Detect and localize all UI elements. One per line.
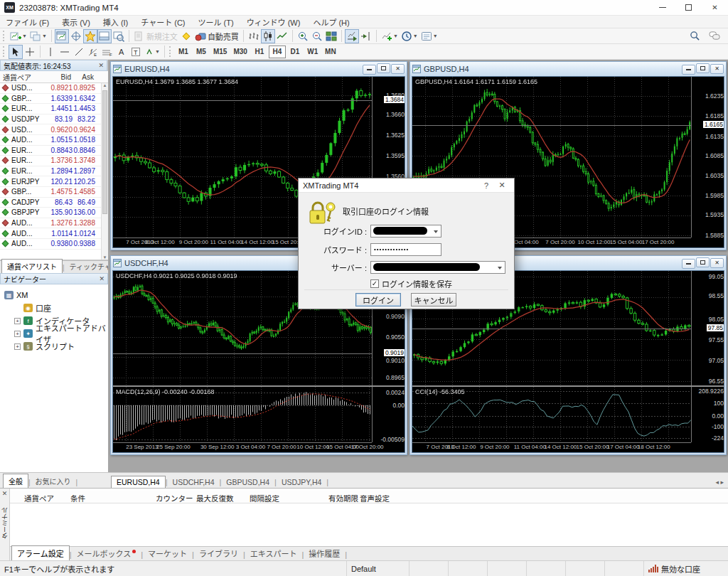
expand-icon[interactable]: + <box>14 331 21 337</box>
crosshair-tool-button[interactable] <box>23 45 37 59</box>
menu-item-4[interactable]: ツール (T) <box>198 16 234 28</box>
menu-item-6[interactable]: ヘルプ (H) <box>313 16 349 28</box>
zoom-out-button[interactable] <box>310 29 324 43</box>
expand-icon[interactable]: + <box>14 318 21 324</box>
terminal-tab-1[interactable]: メールボックス <box>72 546 141 560</box>
server-combobox[interactable] <box>370 261 505 274</box>
text-tool-button[interactable]: A <box>114 45 129 59</box>
navigator-tab-1[interactable]: お気に入り <box>31 474 76 488</box>
timeframe-h1-button[interactable]: H1 <box>251 46 268 58</box>
tab-scroll-arrows[interactable]: ◂ ▸ <box>715 479 728 488</box>
column-symbol[interactable]: 通貨ペア <box>0 72 43 82</box>
new-order-button[interactable]: 新規注文 <box>132 29 179 43</box>
timeframe-mn-button[interactable]: MN <box>322 46 339 58</box>
arrows-tool-button[interactable]: ▼ <box>143 45 161 59</box>
market-watch-tab-0[interactable]: 通貨ペアリスト <box>1 259 63 273</box>
alerts-column-2[interactable]: カウンター <box>156 493 193 503</box>
channel-tool-button[interactable]: F <box>100 45 114 59</box>
login-dialog-titlebar[interactable]: XMTrading MT4 ? ✕ <box>299 178 514 193</box>
strategy-tester-button[interactable] <box>112 29 126 43</box>
market-watch-row[interactable]: GBP...1.63391.6342 <box>0 94 108 105</box>
market-watch-row[interactable]: CADJPY86.4386.49 <box>0 198 108 208</box>
market-watch-toggle-button[interactable] <box>55 29 69 43</box>
market-watch-row[interactable]: EUR...1.44511.4453 <box>0 104 108 114</box>
market-watch-row[interactable]: AUD...1.32761.3288 <box>0 218 108 229</box>
alerts-column-3[interactable]: 最大反復数 <box>196 493 234 503</box>
alerts-column-5[interactable]: 有効期限 <box>328 493 358 503</box>
label-tool-button[interactable]: T <box>129 45 143 59</box>
fibonacci-tool-button[interactable]: fE <box>86 45 100 59</box>
profiles-button[interactable]: ▼ <box>28 29 48 43</box>
save-login-checkbox[interactable]: ✓ <box>370 279 379 288</box>
chart-tab-2[interactable]: GBPUSD,H4 <box>221 476 274 488</box>
chart-minimize-button[interactable] <box>682 65 695 75</box>
market-watch-close-icon[interactable]: ✕ <box>98 62 104 69</box>
chart-tab-3[interactable]: USDJPY,H4 <box>277 476 326 488</box>
chart-close-button[interactable]: ✕ <box>391 64 405 74</box>
new-chart-button[interactable]: ▼ <box>9 29 28 43</box>
market-watch-row[interactable]: USDJPY83.1983.22 <box>0 114 108 125</box>
login-id-combobox[interactable] <box>370 225 441 238</box>
connection-status[interactable]: 無効な口座 <box>644 561 728 576</box>
toolbar-drag-handle[interactable] <box>169 46 173 57</box>
market-watch-row[interactable]: EUR...1.37361.3748 <box>0 156 108 166</box>
menu-item-3[interactable]: チャート (C) <box>141 16 185 28</box>
chart-tab-0[interactable]: EURUSD,H4 <box>111 476 166 488</box>
candlestick-chart-button[interactable] <box>261 29 275 43</box>
chart-close-button[interactable]: ✕ <box>710 64 724 74</box>
chart-minimize-button[interactable] <box>682 259 695 269</box>
menu-item-2[interactable]: 挿入 (I) <box>103 16 128 28</box>
timeframe-m15-button[interactable]: M15 <box>210 46 230 58</box>
navigator-item-1[interactable]: ◉口座 <box>0 302 108 314</box>
periods-button[interactable]: ▼ <box>400 29 419 43</box>
timeframe-m1-button[interactable]: M1 <box>175 46 192 58</box>
login-button[interactable]: ログイン <box>355 293 401 306</box>
line-chart-button[interactable] <box>275 29 289 43</box>
dialog-close-button[interactable]: ✕ <box>494 181 510 190</box>
market-watch-row[interactable]: EURJPY120.21120.25 <box>0 176 108 187</box>
chart-tab-1[interactable]: USDCHF,H4 <box>168 476 220 488</box>
terminal-tab-2[interactable]: マーケット <box>143 546 192 560</box>
chart-window-titlebar[interactable]: EURUSD,H4✕ <box>111 62 407 76</box>
menu-item-0[interactable]: ファイル (F) <box>6 16 49 28</box>
navigator-close-icon[interactable]: ✕ <box>99 275 105 282</box>
market-watch-row[interactable]: AUD...1.01141.0124 <box>0 228 108 239</box>
window-maximize-button[interactable] <box>675 0 702 15</box>
terminal-close-icon[interactable]: ✕ <box>2 490 8 497</box>
metaeditor-button[interactable] <box>179 29 193 43</box>
market-watch-scrollbar[interactable]: ▲▼ <box>101 83 108 260</box>
auto-scroll-button[interactable] <box>345 29 359 43</box>
alerts-column-4[interactable]: 間隔設定 <box>250 493 279 503</box>
terminal-tab-4[interactable]: エキスパート <box>245 546 302 560</box>
market-watch-row[interactable]: EUR...1.28941.2897 <box>0 166 108 177</box>
market-watch-row[interactable]: GBPJPY135.90136.00 <box>0 208 108 218</box>
chart-close-button[interactable]: ✕ <box>710 258 724 268</box>
password-field[interactable]: ••••••••••••• <box>370 243 441 256</box>
cancel-button[interactable]: キャンセル <box>411 293 456 306</box>
market-watch-row[interactable]: AUD...0.93800.9388 <box>0 239 108 250</box>
market-watch-row[interactable]: GBP...1.45751.4585 <box>0 187 108 198</box>
expand-icon[interactable]: + <box>14 343 21 350</box>
toolbar-drag-handle[interactable] <box>3 31 6 41</box>
timeframe-w1-button[interactable]: W1 <box>304 46 321 58</box>
chart-shift-button[interactable] <box>359 29 373 43</box>
market-watch-row[interactable]: USD...0.89210.8925 <box>0 83 108 94</box>
indicator-separator[interactable] <box>113 385 405 387</box>
dialog-help-button[interactable]: ? <box>478 181 494 190</box>
timeframe-m5-button[interactable]: M5 <box>193 46 210 58</box>
market-watch-row[interactable]: EUR...0.88430.8846 <box>0 146 108 156</box>
terminal-toggle-button[interactable] <box>97 29 112 43</box>
market-watch-row[interactable]: USD...0.96200.9624 <box>0 124 108 135</box>
zoom-in-button[interactable] <box>296 29 310 43</box>
chart-window-titlebar[interactable]: GBPUSD,H4✕ <box>410 62 726 76</box>
autotrading-button[interactable]: 自動売買 <box>193 29 240 43</box>
market-watch-row[interactable]: AUD...1.05151.0518 <box>0 135 108 146</box>
search-icon[interactable] <box>687 29 702 43</box>
templates-button[interactable]: ▼ <box>419 29 439 43</box>
navigator-toggle-button[interactable] <box>83 29 97 43</box>
horizontal-line-tool-button[interactable] <box>58 45 72 59</box>
chart-restore-button[interactable] <box>696 63 710 73</box>
alerts-column-1[interactable]: 条件 <box>70 493 85 503</box>
navigator-item-0[interactable]: ▦XM <box>0 289 108 302</box>
column-ask[interactable]: Ask <box>71 73 95 81</box>
